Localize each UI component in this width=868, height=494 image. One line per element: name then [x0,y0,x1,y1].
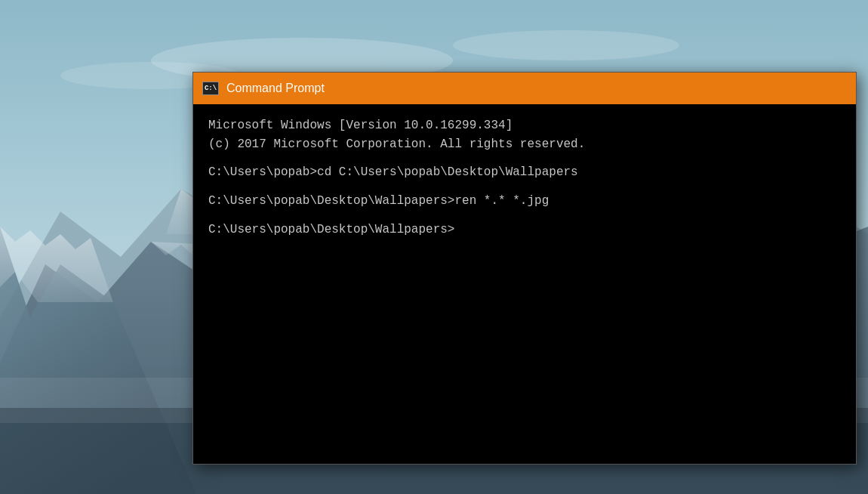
cmd-line-4: C:\Users\popab\Desktop\Wallpapers>ren *.… [208,192,841,211]
cmd-line-3: C:\Users\popab>cd C:\Users\popab\Desktop… [208,163,841,182]
cmd-titlebar[interactable]: C:\ Command Prompt [193,73,856,104]
cmd-spacer-3 [208,211,841,221]
cmd-spacer-1 [208,154,841,164]
cmd-spacer-2 [208,182,841,192]
cmd-title: Command Prompt [226,82,325,95]
cmd-line-2: (c) 2017 Microsoft Corporation. All righ… [208,135,841,154]
cmd-app-icon: C:\ [202,82,219,95]
cmd-line-5: C:\Users\popab\Desktop\Wallpapers> [208,221,841,239]
cmd-icon-text: C:\ [205,85,217,92]
cmd-line-1: Microsoft Windows [Version 10.0.16299.33… [208,116,841,135]
cmd-window: C:\ Command Prompt Microsoft Windows [Ve… [192,72,857,465]
svg-point-2 [453,30,679,60]
cmd-output[interactable]: Microsoft Windows [Version 10.0.16299.33… [193,104,856,464]
